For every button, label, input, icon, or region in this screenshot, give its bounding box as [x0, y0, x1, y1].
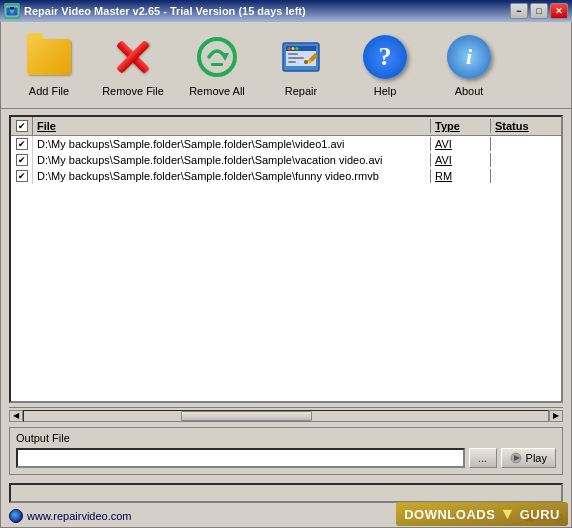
- header-checkbox[interactable]: ✔: [11, 117, 33, 135]
- about-icon: i: [445, 33, 493, 81]
- header-type[interactable]: Type: [431, 119, 491, 133]
- row-1-file: D:\My backups\Sample.folder\Sample.folde…: [33, 153, 431, 167]
- watermark: DOWNLOADS ▼ GURU: [396, 502, 568, 526]
- file-list-header: ✔ File Type Status: [11, 117, 561, 136]
- remove-file-icon: [109, 33, 157, 81]
- row-0-type: AVI: [431, 137, 491, 151]
- status-left: www.repairvideo.com: [9, 509, 132, 523]
- svg-rect-5: [211, 63, 223, 66]
- row-2-type: RM: [431, 169, 491, 183]
- table-row[interactable]: ✔ D:\My backups\Sample.folder\Sample.fol…: [11, 152, 561, 168]
- close-button[interactable]: ✕: [550, 3, 568, 19]
- window-controls: − □ ✕: [510, 3, 568, 19]
- output-label: Output File: [16, 432, 556, 444]
- remove-file-label: Remove File: [102, 85, 164, 97]
- watermark-arrow: ▼: [499, 505, 515, 523]
- header-check-icon: ✔: [16, 120, 28, 132]
- table-row[interactable]: ✔ D:\My backups\Sample.folder\Sample.fol…: [11, 136, 561, 152]
- svg-rect-13: [288, 57, 304, 59]
- svg-rect-2: [10, 7, 14, 9]
- output-input[interactable]: [16, 448, 465, 468]
- svg-point-3: [199, 39, 235, 75]
- row-0-status: [491, 143, 561, 145]
- svg-marker-4: [221, 53, 229, 61]
- remove-all-button[interactable]: Remove All: [177, 28, 257, 102]
- remove-all-icon: [193, 33, 241, 81]
- add-file-button[interactable]: Add File: [9, 28, 89, 102]
- help-label: Help: [374, 85, 397, 97]
- row-0-checkbox[interactable]: ✔: [11, 136, 33, 152]
- svg-rect-12: [288, 53, 298, 55]
- play-icon: [510, 452, 522, 464]
- scroll-track[interactable]: [23, 410, 549, 422]
- watermark-suffix: GURU: [520, 507, 560, 522]
- scroll-left-button[interactable]: ◀: [9, 410, 23, 422]
- file-list-container: ✔ File Type Status ✔ D:\My backups\Sampl…: [9, 115, 563, 403]
- progress-bar: [9, 483, 563, 503]
- play-label: Play: [526, 452, 547, 464]
- row-1-type: AVI: [431, 153, 491, 167]
- header-file[interactable]: File: [33, 119, 431, 133]
- row-2-checkbox[interactable]: ✔: [11, 168, 33, 184]
- title-bar: Repair Video Master v2.65 - Trial Versio…: [0, 0, 572, 22]
- about-label: About: [455, 85, 484, 97]
- scroll-thumb[interactable]: [181, 411, 312, 421]
- remove-file-button[interactable]: Remove File: [93, 28, 173, 102]
- app-icon: [4, 3, 20, 19]
- file-list-body: ✔ D:\My backups\Sample.folder\Sample.fol…: [11, 136, 561, 401]
- row-0-file: D:\My backups\Sample.folder\Sample.folde…: [33, 137, 431, 151]
- add-file-icon: [25, 33, 73, 81]
- row-1-checkbox[interactable]: ✔: [11, 152, 33, 168]
- repair-label: Repair: [285, 85, 317, 97]
- row-2-file: D:\My backups\Sample.folder\Sample.folde…: [33, 169, 431, 183]
- help-icon: ?: [361, 33, 409, 81]
- row-2-status: [491, 175, 561, 177]
- minimize-button[interactable]: −: [510, 3, 528, 19]
- title-text: Repair Video Master v2.65 - Trial Versio…: [24, 5, 306, 17]
- restore-button[interactable]: □: [530, 3, 548, 19]
- globe-icon: [9, 509, 23, 523]
- title-bar-left: Repair Video Master v2.65 - Trial Versio…: [4, 3, 306, 19]
- repair-icon: [277, 33, 325, 81]
- website-url[interactable]: www.repairvideo.com: [27, 510, 132, 522]
- watermark-text: DOWNLOADS: [404, 507, 495, 522]
- add-file-label: Add File: [29, 85, 69, 97]
- help-button[interactable]: ? Help: [345, 28, 425, 102]
- output-row: ... Play: [16, 448, 556, 468]
- about-button[interactable]: i About: [429, 28, 509, 102]
- svg-point-15: [304, 60, 308, 64]
- toolbar: Add File Remove File Remove All: [1, 22, 571, 109]
- table-row[interactable]: ✔ D:\My backups\Sample.folder\Sample.fol…: [11, 168, 561, 184]
- repair-button[interactable]: Repair: [261, 28, 341, 102]
- window-body: Add File Remove File Remove All: [0, 22, 572, 528]
- svg-point-10: [292, 47, 295, 50]
- header-status[interactable]: Status: [491, 119, 561, 133]
- browse-button[interactable]: ...: [469, 448, 497, 468]
- svg-point-9: [288, 47, 291, 50]
- scroll-right-button[interactable]: ▶: [549, 410, 563, 422]
- svg-rect-14: [288, 61, 296, 63]
- horizontal-scrollbar[interactable]: ◀ ▶: [9, 407, 563, 423]
- svg-point-11: [296, 47, 299, 50]
- output-section: Output File ... Play: [9, 427, 563, 475]
- play-button[interactable]: Play: [501, 448, 556, 468]
- row-1-status: [491, 159, 561, 161]
- remove-all-label: Remove All: [189, 85, 245, 97]
